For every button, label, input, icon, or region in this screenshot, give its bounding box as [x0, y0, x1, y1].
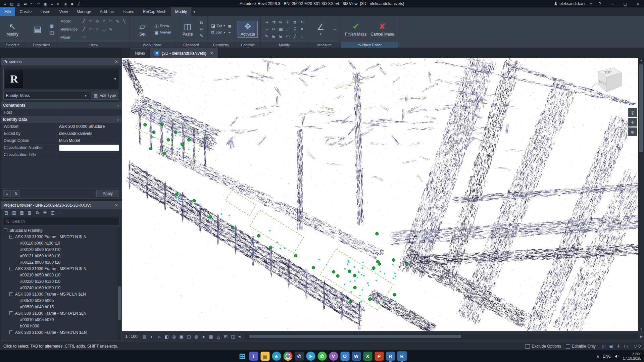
scroll-left-arrow[interactable]: ◀ [237, 335, 242, 338]
tree-item[interactable]: #00110 b060 h130 t10 [1, 240, 121, 246]
scale-icon[interactable]: ⋰ [285, 26, 291, 32]
tree-item[interactable]: #00121 b060 h160 t10 [1, 253, 121, 259]
mirror-icon[interactable]: ⇋ [278, 19, 284, 25]
sort-icon[interactable]: ⇅ [12, 190, 19, 197]
tree-item[interactable]: −ASK 330 31030 Frame - MS'RA'LN $LN [1, 310, 121, 316]
scroll-down-arrow[interactable]: ▼ [638, 327, 644, 331]
tag-by-category-icon[interactable]: ◎ [62, 1, 68, 6]
set-work-plane-button[interactable]: ▱ Set [133, 21, 152, 37]
tree-expander[interactable]: − [9, 235, 13, 239]
temporary-view-properties-icon[interactable]: ▦ [207, 333, 215, 340]
reveal-constraints-icon[interactable]: ⊞ [222, 333, 230, 340]
tree-expander[interactable]: − [4, 228, 7, 232]
draw-circle-icon[interactable]: ○ [94, 26, 100, 32]
taskbar-powerpoint[interactable]: P [375, 352, 384, 361]
ribbon-tab-issues[interactable]: Issues [118, 7, 139, 16]
sun-path-icon[interactable]: ☼ [156, 333, 163, 340]
cut-to-clipboard-button[interactable]: ✂ [199, 27, 204, 32]
ribbon-tab-create[interactable]: Create [15, 7, 36, 16]
apply-button[interactable]: Apply [96, 190, 119, 197]
family-filter-select[interactable]: Family: Mass▾ [3, 92, 89, 100]
viewcube[interactable]: TOP BACK [587, 62, 626, 101]
type-selector[interactable]: R ▾ [3, 68, 119, 90]
tree-item[interactable]: #00122 b060 h160 t10 [1, 259, 121, 265]
taskbar-viber[interactable]: V [329, 352, 338, 361]
sync-with-central-icon[interactable]: ⇄ [22, 1, 28, 6]
tree-expander[interactable]: − [9, 292, 13, 296]
print-icon[interactable]: ▣ [42, 1, 48, 6]
taskbar-chrome[interactable] [283, 352, 292, 361]
taskbar-start[interactable]: ⊞ [238, 352, 247, 361]
view-tab[interactable]: Navis [131, 48, 149, 58]
show-work-plane-button[interactable]: ◫Show [153, 23, 172, 29]
cancel-mass-button[interactable]: ✘ Cancel Mass [369, 21, 395, 37]
draw-line-icon[interactable]: ╱ [81, 18, 87, 24]
unjoin-icon[interactable]: ⊟ [278, 33, 284, 39]
paste-button[interactable]: ◫ Paste [178, 21, 197, 37]
close-icon[interactable]: ✕ [114, 59, 119, 64]
horizontal-scrollbar[interactable] [245, 334, 638, 339]
properties-palette-button[interactable]: ▤ [28, 24, 47, 35]
navigation-wheel-icon[interactable]: ◎ [628, 108, 637, 117]
close-icon[interactable]: ✕ [114, 203, 119, 208]
visual-style-icon[interactable]: ◐ [148, 333, 156, 340]
checkbox[interactable] [566, 344, 570, 349]
taskbar-file-explorer[interactable]: ▣ [260, 352, 269, 361]
match-type-button[interactable]: ✎ [199, 33, 204, 39]
join-geometry-icon[interactable]: ⊞ [270, 33, 277, 39]
tree-expander[interactable]: − [9, 267, 13, 270]
dimension-icon[interactable]: ↔ [299, 33, 305, 39]
array-icon[interactable]: ▦ [278, 26, 284, 32]
tree-scrollbar[interactable] [117, 227, 121, 341]
checkbox[interactable] [526, 344, 530, 349]
show-crop-icon[interactable]: ▢ [185, 333, 193, 340]
analytical-model-icon[interactable]: △ [215, 333, 222, 340]
taskbar-revit[interactable]: R [386, 352, 395, 361]
tree-item[interactable]: −ASK 330 31030 Frame - MS'RD'LN $LN [1, 329, 121, 335]
finish-mass-button[interactable]: ✔ Finish Mass [344, 21, 368, 37]
clock[interactable]: 21:00 17.10.2025 [623, 352, 641, 361]
schedules-icon[interactable]: ☰ [42, 210, 48, 216]
ribbon-tab-modify[interactable]: Modify [171, 7, 191, 16]
tree-item[interactable]: #00240 b160 h150 t10 [1, 285, 121, 291]
delete-icon[interactable]: ✕ [299, 26, 305, 32]
ribbon-tab-add-ins[interactable]: Add-Ins [96, 7, 118, 16]
app-menu-icon[interactable]: ≡ [2, 1, 8, 6]
taskbar-whatsapp[interactable]: ✆ [317, 352, 327, 361]
draw-rectangle-icon[interactable]: ▭ [88, 26, 93, 32]
render-icon[interactable]: ◎ [170, 333, 178, 340]
close-view-icon[interactable]: ✕ [210, 51, 213, 56]
links-icon[interactable]: ⧉ [34, 210, 41, 216]
3d-viewport-canvas[interactable] [122, 58, 638, 331]
selection-filter[interactable]: ▽ 0 [634, 344, 641, 349]
properties-help-icon[interactable]: ≡ [3, 190, 11, 197]
move-icon[interactable]: ✛ [285, 19, 291, 25]
sheets-icon[interactable]: ▥ [11, 210, 17, 216]
pan-icon[interactable]: ✛ [628, 118, 637, 126]
undo-icon[interactable]: ↶ [29, 1, 35, 6]
tree-expander[interactable]: − [9, 330, 13, 334]
scrollbar-thumb[interactable] [118, 286, 121, 320]
tree-expander[interactable]: − [9, 311, 13, 315]
taskbar-excel[interactable]: X [363, 352, 372, 361]
ribbon-tab-insert[interactable]: Insert [36, 7, 55, 16]
taskbar-telegram[interactable]: ➤ [306, 352, 315, 361]
language-indicator[interactable]: ENG [603, 354, 611, 359]
pin-icon[interactable]: ↧ [292, 26, 298, 32]
tree-item[interactable]: −ASK 330 31030 Frame - MS'CP'LN $LN [1, 234, 121, 240]
tree-item[interactable]: #00210 b050 h080 t10 [1, 272, 121, 278]
tree-item[interactable]: #00520 b040 h015 [1, 304, 121, 310]
paint-button[interactable]: ◙ [227, 23, 232, 29]
tree-item[interactable]: −ASK 330 31030 Frame - MS'HP'LN $LN [1, 265, 121, 272]
thin-lines-icon[interactable]: ╱ [76, 1, 82, 6]
zoom-icon[interactable]: ⊕ [628, 127, 637, 136]
property-value[interactable]: Main Model [57, 138, 121, 143]
temporary-hide-isolate-icon[interactable]: ◍ [193, 333, 200, 340]
ribbon-tab-manage[interactable]: Manage [72, 7, 95, 16]
beam-icon[interactable]: ╱ [292, 33, 298, 39]
draw-plane-icon[interactable]: ▱ [81, 34, 87, 40]
worksharing-display-icon[interactable]: ◫ [230, 333, 237, 340]
draw-circle-icon[interactable]: ○ [101, 18, 107, 24]
join-geometry-button[interactable]: ⧉Join▾ [210, 29, 226, 35]
activate-dimensions-button[interactable]: ✥ Activate [238, 21, 258, 38]
